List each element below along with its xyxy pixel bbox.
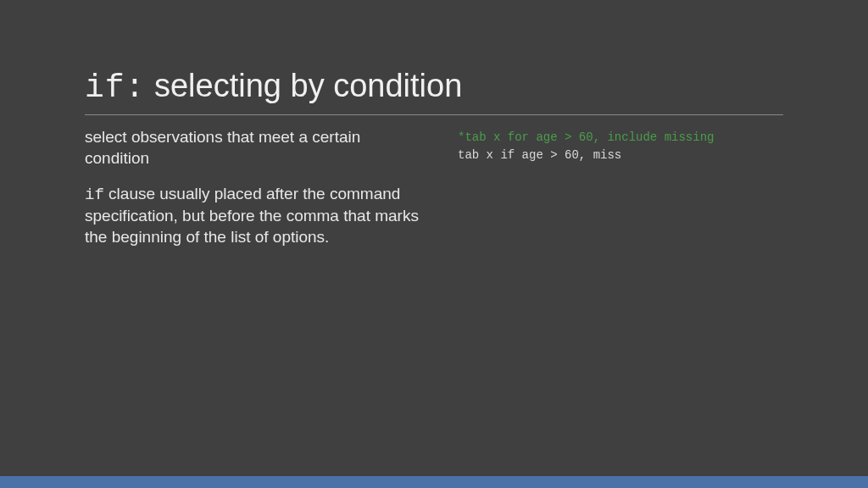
columns: select observations that meet a certain … xyxy=(85,127,783,263)
code-command: tab x if age > 60, miss xyxy=(458,147,783,164)
left-para-2: if clause usually placed after the comma… xyxy=(85,184,424,247)
footer-bar xyxy=(0,476,868,488)
left-para-2-keyword: if xyxy=(85,186,104,204)
left-para-1: select observations that meet a certain … xyxy=(85,127,424,169)
title-rest: selecting by condition xyxy=(145,68,462,103)
left-para-2-rest: clause usually placed after the command … xyxy=(85,185,419,245)
code-comment: *tab x for age > 60, include missing xyxy=(458,129,783,147)
slide-title: if: selecting by condition xyxy=(85,68,783,115)
right-column: *tab x for age > 60, include missing tab… xyxy=(458,127,783,263)
slide-content: if: selecting by condition select observ… xyxy=(0,0,868,263)
left-column: select observations that meet a certain … xyxy=(85,127,424,263)
title-keyword: if: xyxy=(85,69,145,106)
